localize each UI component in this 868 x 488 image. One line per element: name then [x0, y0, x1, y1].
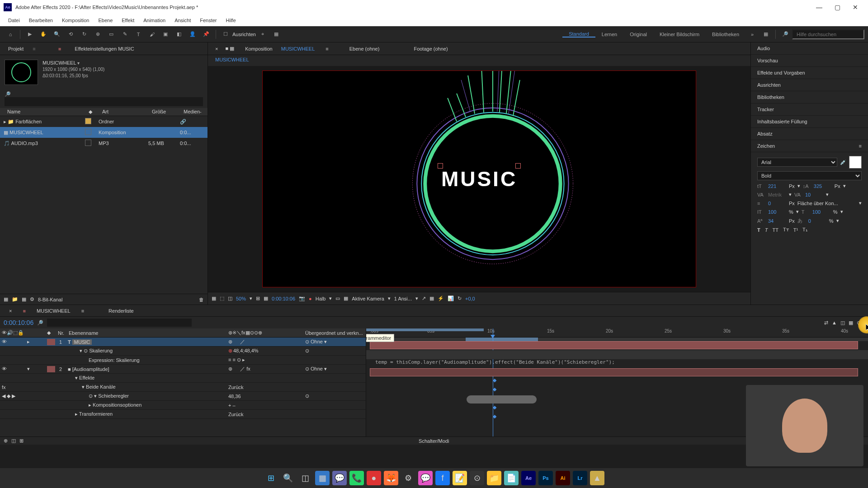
expression-code[interactable]: temp = thisComp.layer("Audioamplitude").…	[375, 359, 615, 365]
illustrator-icon[interactable]: Ai	[556, 471, 570, 485]
prop-skalierung[interactable]: ▾ ⊙ Skalierung ⊗ 48,4;48,4% ⊙	[0, 347, 366, 356]
tab-layer[interactable]: Ebene (ohne)	[346, 46, 383, 52]
allcaps-icon[interactable]: TT	[772, 227, 778, 233]
subscript-icon[interactable]: T₁	[802, 227, 807, 233]
smallcaps-icon[interactable]: Tᴛ	[783, 227, 789, 233]
font-weight-select[interactable]: Bold	[757, 171, 862, 180]
superscript-icon[interactable]: T¹	[793, 227, 798, 233]
newcomp-icon[interactable]: ▦	[22, 296, 26, 302]
stroke-value[interactable]: 0	[768, 201, 786, 206]
font-family-select[interactable]: Arial	[757, 158, 837, 167]
notes-icon[interactable]: 📝	[453, 471, 467, 485]
col-media[interactable]: Medien-	[180, 109, 207, 115]
workspace-bibliotheken[interactable]: Bibliotheken	[706, 32, 745, 37]
firefox-icon[interactable]: 🦊	[384, 471, 398, 485]
tab-footage[interactable]: Footage (ohne)	[410, 46, 451, 52]
tl-btn4-icon[interactable]: ▦	[849, 320, 853, 326]
tracking-value[interactable]: 10	[805, 192, 823, 197]
italic-icon[interactable]: T	[765, 227, 768, 233]
start-icon[interactable]: ⊞	[264, 471, 278, 485]
trash-icon[interactable]: 🗑	[199, 297, 204, 302]
app3-icon[interactable]: ▲	[590, 471, 604, 485]
layer2-bar[interactable]	[370, 368, 858, 376]
orbit-tool-icon[interactable]: ⟲	[65, 29, 76, 40]
aftereffects-icon[interactable]: Ae	[521, 471, 536, 485]
menu-animation[interactable]: Animation	[139, 18, 170, 23]
menu-fenster[interactable]: Fenster	[195, 18, 221, 23]
search-icon[interactable]: 🔎	[780, 29, 791, 40]
alpha-icon[interactable]: ▦	[212, 296, 216, 301]
col-parent[interactable]: Übergeordnet und verkn...	[305, 330, 364, 336]
prop-beide-kanaele[interactable]: fx ▾ Beide Kanäle Zurück	[0, 383, 366, 392]
toggle-icon2[interactable]: ◫	[11, 438, 16, 444]
prop-schieberegler[interactable]: ◀ ◆ ▶ ⊙ ▾ Schieberegler 48,36 ⊙	[0, 392, 366, 401]
panel-bibliotheken[interactable]: Bibliotheken	[751, 91, 868, 103]
hand-tool-icon[interactable]: ✋	[38, 29, 49, 40]
stamp-tool-icon[interactable]: ▣	[160, 29, 171, 40]
tab-effect-settings[interactable]: Effekteinstellungen MUSIC	[70, 46, 138, 52]
snapshot-icon[interactable]: 📷	[299, 296, 305, 301]
photoshop-icon[interactable]: Ps	[538, 471, 553, 485]
brush-tool-icon[interactable]: 🖌	[146, 29, 157, 40]
settings-icon[interactable]: ⚙	[30, 296, 34, 302]
app1-icon[interactable]: ●	[367, 471, 381, 485]
bold-icon[interactable]: T	[757, 227, 760, 233]
puppet-tool-icon[interactable]: 📌	[201, 29, 212, 40]
col-label-icon[interactable]: ◆	[85, 109, 99, 115]
snap-checkbox[interactable]: ☐	[220, 29, 231, 40]
grid-icon[interactable]: ▦	[264, 296, 268, 301]
anchor-tool-icon[interactable]: ⊕	[92, 29, 103, 40]
col-layername[interactable]: Ebenenname	[69, 330, 228, 336]
timeline-ruler[interactable]: :00s 05s 10s 15s 20s 25s 30s 35s 40s	[366, 328, 868, 338]
fontsize-value[interactable]: 221	[768, 183, 786, 189]
audio-waveform[interactable]	[467, 395, 537, 404]
channel-icon[interactable]: ●	[309, 296, 312, 301]
newfolder-icon[interactable]: 📁	[12, 296, 18, 302]
views-select[interactable]: 1 Ansi...	[394, 296, 412, 301]
taskview-icon[interactable]: ◫	[298, 471, 312, 485]
explorer-icon[interactable]: ▦	[315, 471, 330, 485]
workspace-standard[interactable]: Standard	[562, 31, 595, 38]
rect-tool-icon[interactable]: ▭	[106, 29, 117, 40]
eraser-tool-icon[interactable]: ◧	[174, 29, 184, 40]
menu-bearbeiten[interactable]: Bearbeiten	[24, 18, 57, 23]
kerning-value[interactable]: Metrik	[768, 192, 786, 197]
snap-options-icon[interactable]: ⌖	[257, 29, 268, 40]
panel-tracker[interactable]: Tracker	[751, 103, 868, 116]
whatsapp-icon[interactable]: 📞	[349, 471, 364, 485]
comp-breadcrumb[interactable]: MUSICWHEEL	[208, 55, 750, 66]
project-row-folder[interactable]: ▸ 📁 Farbflächen Ordner 🔗	[0, 116, 208, 127]
pen-tool-icon[interactable]: ✎	[119, 29, 130, 40]
help-search-input[interactable]	[792, 29, 864, 39]
home-icon[interactable]: ⌂	[5, 29, 16, 40]
menu-komposition[interactable]: Komposition	[57, 18, 94, 23]
project-row-audio[interactable]: 🎵 AUDIO.mp3 MP3 5,5 MB 0:0...	[0, 138, 208, 149]
snap-grid-icon[interactable]: ▦	[271, 29, 282, 40]
teams-icon[interactable]: 💬	[332, 471, 347, 485]
facebook-icon[interactable]: f	[435, 471, 450, 485]
lightroom-icon[interactable]: Lr	[573, 471, 587, 485]
canvas-text[interactable]: MUSIC	[441, 167, 517, 191]
layer1-bar[interactable]	[370, 341, 858, 349]
fill-swatch[interactable]	[849, 156, 862, 169]
panel-vorschau[interactable]: Vorschau	[751, 55, 868, 67]
layer-2[interactable]: 👁 ▾ 2 ■ [Audioamplitude] ⊛ ／ fx ⊙ Ohne ▾	[0, 365, 366, 374]
workspace-panel-icon[interactable]: ▦	[760, 29, 771, 40]
col-nr[interactable]: Nr.	[58, 330, 69, 336]
type-tool-icon[interactable]: T	[133, 29, 144, 40]
tl-btn2-icon[interactable]: ▲	[832, 320, 837, 325]
workspace-original[interactable]: Original	[623, 32, 653, 37]
menu-datei[interactable]: Datei	[4, 18, 24, 23]
col-size[interactable]: Größe	[148, 109, 180, 115]
tab-project[interactable]: Projekt	[4, 46, 28, 52]
switch-mode-label[interactable]: Schalter/Modi	[27, 438, 840, 444]
menu-ebene[interactable]: Ebene	[94, 18, 117, 23]
baseline-value[interactable]: 34	[768, 218, 786, 224]
work-area[interactable]	[466, 338, 538, 341]
col-name[interactable]: Name	[4, 109, 85, 115]
close-button[interactable]: ✕	[846, 0, 864, 14]
project-row-comp[interactable]: ▦ MUSICWHEEL Komposition 0:0...	[0, 127, 208, 138]
panel-ausrichten[interactable]: Ausrichten	[751, 79, 868, 91]
vscale-value[interactable]: 100	[768, 209, 786, 215]
viewport[interactable]: MUSIC	[208, 66, 750, 292]
